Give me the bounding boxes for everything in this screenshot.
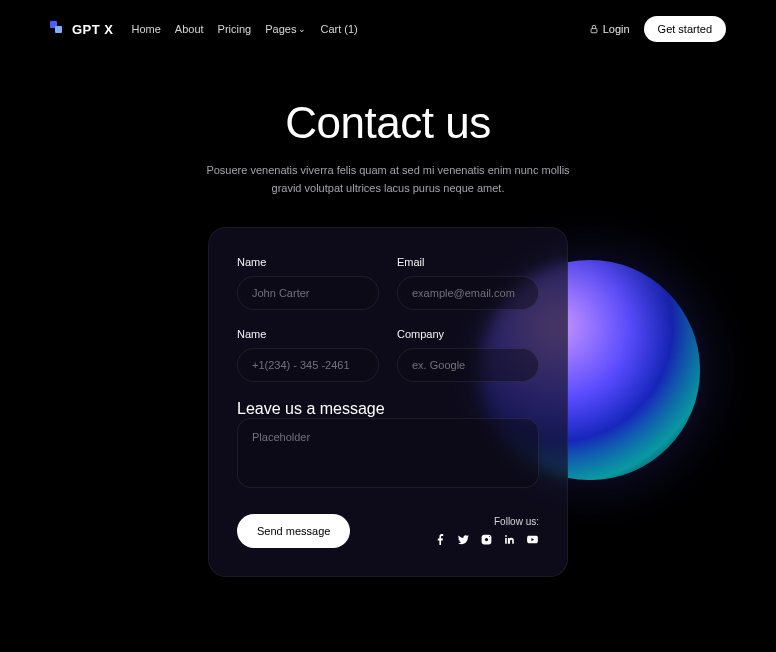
send-message-button[interactable]: Send message bbox=[237, 514, 350, 548]
header-right: Login Get started bbox=[589, 16, 726, 42]
page-header: GPT X Home About Pricing Pages ⌄ Cart (1… bbox=[0, 0, 776, 58]
phone-field-group: Name bbox=[237, 328, 379, 382]
name-input[interactable] bbox=[237, 276, 379, 310]
message-field-group: Leave us a message bbox=[237, 400, 539, 492]
name-label: Name bbox=[237, 256, 379, 268]
login-link[interactable]: Login bbox=[589, 23, 630, 35]
message-label: Leave us a message bbox=[237, 400, 385, 417]
facebook-icon[interactable] bbox=[434, 533, 447, 546]
email-field-group: Email bbox=[397, 256, 539, 310]
email-input[interactable] bbox=[397, 276, 539, 310]
email-label: Email bbox=[397, 256, 539, 268]
contact-form-card: Name Email Name Company Leave us a messa… bbox=[208, 227, 568, 577]
logo-icon bbox=[50, 21, 66, 37]
youtube-icon[interactable] bbox=[526, 533, 539, 546]
main-nav: Home About Pricing Pages ⌄ Cart (1) bbox=[132, 23, 358, 35]
name-field-group: Name bbox=[237, 256, 379, 310]
follow-label: Follow us: bbox=[434, 516, 539, 527]
company-label: Company bbox=[397, 328, 539, 340]
brand-logo[interactable]: GPT X bbox=[50, 21, 114, 37]
nav-home[interactable]: Home bbox=[132, 23, 161, 35]
get-started-button[interactable]: Get started bbox=[644, 16, 726, 42]
message-input[interactable] bbox=[237, 418, 539, 488]
lock-icon bbox=[589, 23, 599, 35]
svg-point-3 bbox=[489, 536, 490, 537]
phone-input[interactable] bbox=[237, 348, 379, 382]
hero-section: Contact us Posuere venenatis viverra fel… bbox=[0, 98, 776, 197]
header-left: GPT X Home About Pricing Pages ⌄ Cart (1… bbox=[50, 21, 358, 37]
page-subtitle: Posuere venenatis viverra felis quam at … bbox=[198, 162, 578, 197]
brand-name: GPT X bbox=[72, 22, 114, 37]
company-field-group: Company bbox=[397, 328, 539, 382]
svg-point-2 bbox=[485, 538, 488, 541]
company-input[interactable] bbox=[397, 348, 539, 382]
follow-block: Follow us: bbox=[434, 516, 539, 546]
social-links bbox=[434, 533, 539, 546]
nav-pricing[interactable]: Pricing bbox=[218, 23, 252, 35]
twitter-icon[interactable] bbox=[457, 533, 470, 546]
nav-cart[interactable]: Cart (1) bbox=[320, 23, 357, 35]
instagram-icon[interactable] bbox=[480, 533, 493, 546]
nav-pages-label: Pages bbox=[265, 23, 296, 35]
chevron-down-icon: ⌄ bbox=[298, 24, 306, 34]
login-label: Login bbox=[603, 23, 630, 35]
nav-about[interactable]: About bbox=[175, 23, 204, 35]
phone-label: Name bbox=[237, 328, 379, 340]
svg-rect-0 bbox=[591, 29, 597, 33]
linkedin-icon[interactable] bbox=[503, 533, 516, 546]
page-title: Contact us bbox=[0, 98, 776, 148]
form-footer: Send message Follow us: bbox=[237, 514, 539, 548]
nav-pages[interactable]: Pages ⌄ bbox=[265, 23, 306, 35]
